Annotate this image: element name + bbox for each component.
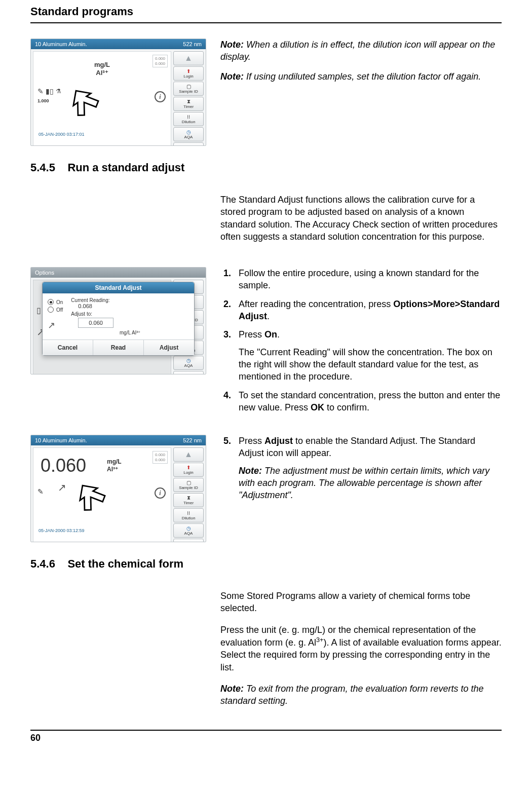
- edit-icon[interactable]: ✎: [37, 487, 44, 496]
- unit-formula[interactable]: Al³⁺: [107, 466, 122, 473]
- mini-readings: 0.000 0.000: [153, 55, 168, 67]
- reading-value: 0.060: [41, 455, 86, 476]
- unit-mgl[interactable]: mg/L: [107, 458, 122, 465]
- vial-icon: ▯: [36, 306, 41, 315]
- dilution-button[interactable]: ⁞⁞Dilution: [173, 508, 204, 522]
- note-adjust-limits: Note: The adjustment must be within cert…: [239, 465, 502, 502]
- radio-off[interactable]: Off: [48, 307, 63, 313]
- dialog-title: Standard Adjust: [43, 282, 194, 293]
- step-3-detail: The "Current Reading" will show the conc…: [239, 346, 502, 383]
- adjust-to-label: Adjust to:: [71, 311, 189, 317]
- scroll-down-icon[interactable]: ▼: [173, 371, 204, 374]
- wavelength-label: 522 nm: [183, 41, 202, 47]
- dilution-button[interactable]: ⁞⁞Dilution: [173, 112, 204, 126]
- dialog-adjust-button[interactable]: Adjust: [144, 340, 194, 355]
- step-5: Press Adjust to enable the Standard Adju…: [234, 435, 502, 501]
- dilution-value: 1.000: [37, 98, 49, 103]
- aqa-button[interactable]: ◷AQA: [173, 356, 204, 370]
- vials-icon[interactable]: ▮▯: [46, 87, 54, 95]
- sample-id-button[interactable]: ▢Sample ID: [173, 82, 204, 96]
- running-header: Standard programs: [30, 0, 502, 23]
- radio-on[interactable]: On: [48, 299, 63, 305]
- note-exit-program: Note: To exit from the program, the eval…: [220, 683, 502, 707]
- standard-adjust-dialog: Standard Adjust On Off ↗ Current Reading…: [42, 282, 195, 356]
- current-reading-value: 0.068: [78, 303, 189, 309]
- dilution-flask-icon[interactable]: ⚗: [56, 88, 61, 95]
- options-tab-label: Options: [35, 270, 54, 276]
- wavelength-label: 522 nm: [183, 437, 202, 443]
- dialog-cancel-button[interactable]: Cancel: [43, 340, 93, 355]
- p-546-2: Press the unit (e. g. mg/L) or the chemi…: [220, 624, 502, 673]
- p-546-1: Some Stored Programs allow a variety of …: [220, 590, 502, 615]
- timer-button[interactable]: ⧗Timer: [173, 97, 204, 111]
- cursor-pointer-icon: [66, 85, 102, 120]
- adjust-to-input[interactable]: 0.060: [78, 318, 113, 328]
- timer-button[interactable]: ⧗Timer: [173, 493, 204, 507]
- page-number: 60: [30, 730, 502, 743]
- timestamp: 05-JAN-2000 03:12:59: [39, 528, 85, 533]
- aqa-button[interactable]: ◷AQA: [173, 127, 204, 141]
- current-reading-label: Current Reading:: [71, 297, 189, 303]
- scroll-up-icon[interactable]: ▲: [173, 447, 204, 462]
- screenshot-standard-adjust-dialog: Options ▯ ↗ ◕ ▲ ⬆Login ▢Sample ID ⧗Timer…: [30, 267, 206, 374]
- step-2: After reading the concentration, press O…: [234, 298, 502, 323]
- step-3: Press On. The "Current Reading" will sho…: [234, 328, 502, 383]
- info-icon[interactable]: i: [155, 91, 166, 102]
- edit-icon[interactable]: ✎: [37, 87, 44, 95]
- unit-formula[interactable]: Al³⁺: [94, 69, 110, 77]
- screenshot-adjusted-reading: 10 Aluminum Alumin. 522 nm 0.060 mg/L Al…: [30, 435, 206, 542]
- section-heading-546: 5.4.6 Set the chemical form: [30, 557, 502, 571]
- dialog-read-button[interactable]: Read: [93, 340, 144, 355]
- section-heading-545: 5.4.5 Run a standard adjust: [30, 161, 502, 174]
- note-undiluted: Note: If using undiluted samples, set th…: [220, 70, 502, 83]
- aqa-button[interactable]: ◷AQA: [173, 523, 204, 538]
- cursor-pointer-icon: [73, 479, 108, 515]
- program-title: 10 Aluminum Alumin.: [35, 437, 87, 443]
- mini-readings: 0.000 0.000: [153, 451, 168, 464]
- dialog-unit: mg/L Al³⁺: [71, 330, 189, 335]
- timestamp: 05-JAN-2000 03:17:01: [39, 132, 85, 137]
- login-button[interactable]: ⬆Login: [173, 66, 204, 81]
- adjust-curve-icon: ↗: [48, 320, 63, 331]
- std-adjust-icon: ↗: [58, 481, 66, 494]
- sample-id-button[interactable]: ▢Sample ID: [173, 478, 204, 492]
- unit-mgl[interactable]: mg/L: [94, 61, 110, 69]
- disk-icon: ◕: [35, 373, 42, 374]
- step-1: Follow the entire procedure, using a kno…: [234, 267, 502, 292]
- note-dilution-icon: Note: When a dilution is in effect, the …: [220, 39, 502, 63]
- login-button[interactable]: ⬆Login: [173, 463, 204, 477]
- program-title: 10 Aluminum Alumin.: [35, 41, 87, 47]
- info-icon[interactable]: i: [155, 487, 166, 499]
- screenshot-dilution: 10 Aluminum Alumin. 522 nm mg/L Al³⁺ 0.0…: [30, 39, 206, 146]
- step-4: To set the standard concentration, press…: [234, 389, 502, 414]
- scroll-down-icon[interactable]: ▼: [173, 539, 204, 542]
- scroll-up-icon[interactable]: ▲: [173, 51, 204, 65]
- scroll-down-icon[interactable]: ▼: [173, 142, 204, 146]
- intro-545: The Standard Adjust functions allows the…: [220, 194, 502, 243]
